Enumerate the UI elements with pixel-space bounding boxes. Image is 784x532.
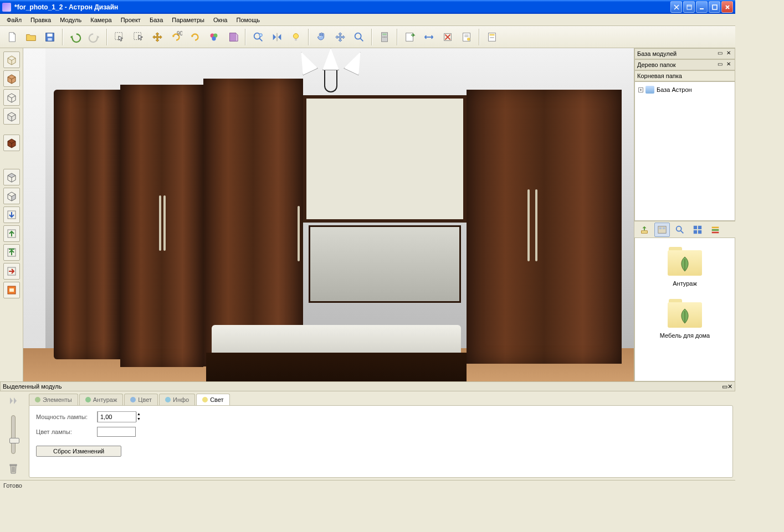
spin-down-icon[interactable]: ▼: [136, 417, 141, 422]
expand-icon[interactable]: +: [638, 87, 643, 92]
bottom-panel: Элементы Антураж Цвет Инфо Свет Мощность…: [0, 391, 735, 480]
calculator-button[interactable]: [376, 28, 393, 46]
face-side-icon[interactable]: [3, 188, 20, 204]
gallery-view-button[interactable]: [654, 223, 670, 237]
arrow-up-green-icon[interactable]: [3, 225, 20, 242]
svg-rect-23: [382, 33, 386, 35]
menu-bar: Файл Правка Модуль Камера Проект База Па…: [0, 14, 735, 26]
svg-rect-55: [712, 231, 719, 233]
maximize-button[interactable]: [709, 1, 720, 13]
face-top-icon[interactable]: [3, 169, 20, 185]
tab-entourage[interactable]: Антураж: [79, 394, 124, 405]
report-button[interactable]: [458, 28, 475, 46]
svg-rect-35: [489, 34, 494, 35]
gallery-folder-entourage[interactable]: Антураж: [639, 242, 730, 289]
highlight-icon[interactable]: [3, 282, 20, 298]
window-aux1-button[interactable]: [670, 1, 682, 13]
zoom-button[interactable]: [350, 28, 368, 46]
box-wire-icon[interactable]: [3, 89, 20, 106]
tree-node-root[interactable]: + База Астрон: [637, 85, 732, 94]
collapse-toggle-icon[interactable]: [8, 396, 19, 407]
save-button[interactable]: [41, 28, 59, 46]
lamp-color-swatch[interactable]: [97, 427, 136, 437]
panel-float-icon[interactable]: ▭: [716, 61, 724, 69]
dimension-button[interactable]: [420, 28, 438, 46]
minimize-button[interactable]: [696, 1, 708, 13]
box-textured-icon[interactable]: [3, 135, 20, 151]
reset-button[interactable]: Сброс Изменений: [36, 446, 121, 457]
vertical-slider[interactable]: [11, 415, 16, 454]
menu-project[interactable]: Проект: [116, 16, 145, 24]
redo-button[interactable]: [85, 28, 103, 46]
panel-close-icon[interactable]: ✕: [725, 61, 732, 69]
tab-elements[interactable]: Элементы: [29, 394, 78, 405]
menu-file[interactable]: Файл: [2, 16, 26, 24]
mirror-button[interactable]: [268, 28, 286, 46]
gallery-up-button[interactable]: [637, 223, 652, 237]
rotate90-button[interactable]: 90°: [167, 28, 185, 46]
arrow-down-blue-icon[interactable]: [3, 206, 20, 223]
orbit-button[interactable]: [331, 28, 349, 46]
menu-help[interactable]: Помощь: [232, 16, 264, 24]
point-select-button[interactable]: [130, 28, 147, 46]
main-area: База модулей ▭✕ Дерево папок ▭✕ Корневая…: [0, 48, 735, 381]
status-text: Готово: [3, 482, 22, 489]
3d-viewport[interactable]: [23, 48, 634, 381]
spin-up-icon[interactable]: ▲: [136, 412, 141, 417]
svg-line-48: [681, 230, 684, 233]
gallery-grid-button[interactable]: [690, 223, 705, 237]
menu-base[interactable]: База: [145, 16, 167, 24]
gallery-search-button[interactable]: [672, 223, 688, 237]
panel-close-icon[interactable]: ✕: [727, 383, 732, 390]
svg-point-33: [467, 37, 470, 40]
arrow-right-red-icon[interactable]: [3, 263, 20, 280]
box-transparent-icon[interactable]: [3, 108, 20, 125]
open-file-button[interactable]: [22, 28, 40, 46]
window-aux2-button[interactable]: [683, 1, 695, 13]
tool-x-button[interactable]: [439, 28, 457, 46]
undo-button[interactable]: [66, 28, 84, 46]
svg-point-47: [677, 226, 681, 231]
search-button[interactable]: [249, 28, 267, 46]
furniture-headboard: [309, 225, 461, 303]
tab-info[interactable]: Инфо: [159, 394, 195, 405]
close-button[interactable]: [721, 1, 733, 13]
pan-button[interactable]: [312, 28, 330, 46]
svg-rect-54: [712, 229, 719, 231]
tab-color[interactable]: Цвет: [124, 394, 158, 405]
rotate-button[interactable]: [186, 28, 204, 46]
gallery-list-button[interactable]: [708, 223, 723, 237]
svg-rect-52: [698, 230, 701, 233]
box-solid-icon[interactable]: [3, 70, 20, 87]
gallery-toolbar: [634, 221, 735, 237]
svg-rect-5: [47, 33, 52, 37]
menu-module[interactable]: Модуль: [55, 16, 86, 24]
new-file-button[interactable]: [3, 28, 21, 46]
menu-parameters[interactable]: Параметры: [167, 16, 209, 24]
tab-light[interactable]: Свет: [196, 394, 229, 405]
gallery-folder-furniture[interactable]: Мебель для дома: [639, 295, 730, 341]
menu-edit[interactable]: Правка: [26, 16, 55, 24]
material-button[interactable]: [205, 28, 223, 46]
door-button[interactable]: [224, 28, 242, 46]
settings-button[interactable]: [483, 28, 501, 46]
main-toolbar: 90°: [0, 26, 735, 48]
light-button[interactable]: [287, 28, 305, 46]
box-empty-icon[interactable]: [3, 51, 20, 68]
folder-tree[interactable]: + База Астрон: [634, 81, 735, 221]
panel-close-icon[interactable]: ✕: [725, 50, 732, 58]
lamp-power-input[interactable]: [98, 411, 136, 422]
chandelier-model: [298, 48, 364, 95]
export-button[interactable]: [401, 28, 419, 46]
right-panel: База модулей ▭✕ Дерево папок ▭✕ Корневая…: [634, 48, 735, 381]
select-cursor-button[interactable]: [111, 28, 129, 46]
menu-camera[interactable]: Камера: [86, 16, 116, 24]
menu-windows[interactable]: Окна: [209, 16, 232, 24]
svg-point-24: [382, 37, 383, 38]
trash-icon[interactable]: [8, 462, 19, 476]
move-button[interactable]: [148, 28, 166, 46]
panel-float-icon[interactable]: ▭: [716, 50, 724, 58]
lamp-power-spinner[interactable]: ▲▼: [97, 411, 136, 422]
panel-float-icon[interactable]: ▭: [722, 383, 727, 390]
arrow-up-green2-icon[interactable]: [3, 244, 20, 261]
